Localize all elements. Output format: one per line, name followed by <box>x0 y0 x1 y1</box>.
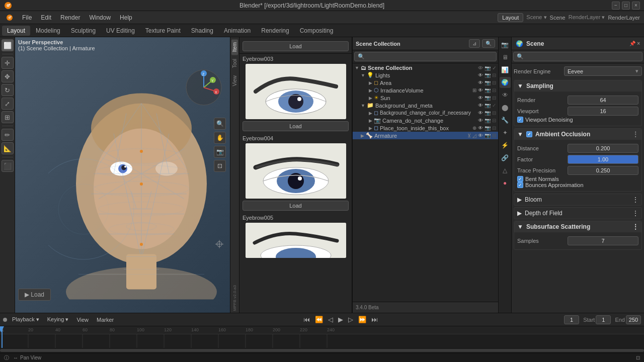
marker-menu[interactable]: Marker <box>94 316 117 324</box>
armature-check[interactable]: ⊟ <box>492 133 496 138</box>
zoom-tool[interactable]: 🔍 <box>214 118 226 130</box>
samples-value[interactable]: 7 <box>568 236 638 245</box>
tool-tab[interactable]: Tool <box>231 56 238 71</box>
irradiance-visibility[interactable]: 👁 <box>478 87 483 93</box>
ao-menu[interactable]: ⋮ <box>632 131 638 138</box>
outliner-search-button[interactable]: 🔍 <box>482 39 495 48</box>
lights-camera[interactable]: 📷 <box>485 72 491 78</box>
bounces-checkbox[interactable] <box>517 182 523 188</box>
cursor-tool[interactable]: ✛ <box>2 57 14 69</box>
visibility-icon[interactable]: 👁 <box>478 65 483 71</box>
bloom-menu[interactable]: ⋮ <box>632 196 638 203</box>
tab-sculpting[interactable]: Sculpting <box>66 26 101 36</box>
render-layer-selector[interactable]: RenderLayer ▾ <box>569 14 605 21</box>
measure-tool[interactable]: 📐 <box>2 142 14 154</box>
bg-visibility[interactable]: 👁 <box>478 110 483 116</box>
properties-close[interactable]: × <box>637 41 640 46</box>
bloom-section[interactable]: ▶ Bloom ⋮ <box>514 194 642 206</box>
outliner-filter-button[interactable]: ⊿ <box>469 39 480 48</box>
irradiance-volume-item[interactable]: ▶ ⬡ IrradianceVolume ⊞ 👁 📷 ⊟ <box>353 86 498 94</box>
minimize-button[interactable]: − <box>612 2 620 10</box>
tab-texture-paint[interactable]: Texture Paint <box>140 26 186 36</box>
load-bottom-button[interactable]: ▶ Load <box>18 289 51 301</box>
distance-value[interactable]: 0.200 <box>568 144 638 153</box>
timeline-scrollbar[interactable] <box>0 348 644 353</box>
dof-menu[interactable]: ⋮ <box>632 210 638 217</box>
menu-edit[interactable]: Edit <box>37 13 55 22</box>
viewport-3d[interactable]: Object Mode View Select Add Object ⟲ Glo… <box>15 37 230 313</box>
armature-visibility[interactable]: 👁 <box>478 133 483 138</box>
playback-menu[interactable]: Playback <box>9 315 42 324</box>
prop-object-icon[interactable]: ⬤ <box>500 102 511 113</box>
tab-compositing[interactable]: Compositing <box>295 26 339 36</box>
rotate-tool[interactable]: ↻ <box>2 84 14 96</box>
prop-render-icon[interactable]: 📷 <box>500 39 511 50</box>
prop-view-layer-icon[interactable]: 📊 <box>500 64 511 75</box>
area-selector[interactable]: ⊟ <box>492 80 496 85</box>
area-light-item[interactable]: ▶ ◻ Area 👁 📷 ⊟ <box>353 79 498 86</box>
prop-constraints-icon[interactable]: 🔗 <box>500 152 511 163</box>
scale-tool[interactable]: ⤢ <box>2 98 14 110</box>
lights-check[interactable]: ⊟ <box>492 72 496 78</box>
play-button[interactable]: ▶ <box>336 315 345 324</box>
menu-blender[interactable] <box>2 13 17 22</box>
tab-shading[interactable]: Shading <box>186 26 218 36</box>
camera-visibility[interactable]: 👁 <box>478 118 483 123</box>
close-button[interactable]: × <box>632 2 640 10</box>
background-visibility[interactable]: 👁 <box>478 103 483 108</box>
scene-collection-item[interactable]: ▼ 🗂 Scene Collection 👁 📷 ✓ <box>353 64 498 71</box>
tab-rendering[interactable]: Rendering <box>256 26 294 36</box>
toon-check[interactable]: ⊟ <box>492 125 496 131</box>
tab-uv-editing[interactable]: UV Editing <box>101 26 140 36</box>
bent-normals-checkbox[interactable] <box>517 176 523 182</box>
timeline-track[interactable] <box>0 334 644 348</box>
tab-layout[interactable]: Layout <box>2 26 30 36</box>
sss-header[interactable]: ▼ Subsurface Scattering ⋮ <box>514 221 641 232</box>
area-visibility[interactable]: 👁 <box>478 80 483 85</box>
render-engine-selector[interactable]: Eevee <box>564 66 642 76</box>
prop-particles-icon[interactable]: ✦ <box>500 127 511 138</box>
menu-render[interactable]: Render <box>56 13 84 22</box>
trace-precision-value[interactable]: 0.250 <box>568 166 638 175</box>
end-frame-input[interactable]: 250 <box>626 315 641 324</box>
camera-check[interactable]: ⊟ <box>492 118 496 123</box>
armature-item[interactable]: ▶ 🦴 Armature ⊻ ◿ 👁 📷 ⊟ <box>353 132 498 139</box>
exclude-icon[interactable]: ✓ <box>492 65 496 71</box>
ao-checkbox[interactable] <box>526 131 532 137</box>
prop-physics-icon[interactable]: ⚡ <box>500 140 511 151</box>
sampling-header[interactable]: ▼ Sampling <box>514 80 641 92</box>
properties-pin[interactable]: 📌 <box>629 41 635 46</box>
prop-material-icon[interactable]: ● <box>500 177 511 189</box>
prop-output-icon[interactable]: 🖥 <box>500 52 511 63</box>
render-value[interactable]: 64 <box>568 96 638 105</box>
annotate-tool[interactable]: ✏ <box>2 129 14 141</box>
outliner-search-input[interactable] <box>367 54 493 60</box>
lights-visibility[interactable]: 👁 <box>478 72 483 78</box>
factor-value[interactable]: 1.00 <box>568 155 638 164</box>
prop-data-icon[interactable]: △ <box>500 165 511 176</box>
timeline-scrollbar-thumb[interactable] <box>0 349 644 352</box>
move-tool[interactable]: ✥ <box>2 70 14 82</box>
view-menu-timeline[interactable]: View <box>73 316 92 324</box>
menu-window[interactable]: Window <box>85 13 115 22</box>
lights-item[interactable]: ▼ 💡 Lights 👁 📷 ⊟ <box>353 71 498 79</box>
camera-item[interactable]: ▶ 📷 Camera_do_not_change 👁 📷 ⊟ <box>353 117 498 124</box>
prop-world-icon[interactable]: 👁 <box>500 89 511 101</box>
orthographic-tool[interactable]: ⊡ <box>214 160 226 172</box>
camera-render[interactable]: 📷 <box>485 118 491 123</box>
background-camera[interactable]: 📷 <box>485 103 491 108</box>
background-check[interactable]: ✓ <box>492 103 496 108</box>
toon-box-item[interactable]: ▶ ◻ Place_toon_inside_this_box ⊕ 👁 📷 ⊟ <box>353 124 498 132</box>
sun-item[interactable]: ▶ ☀ Sun 👁 📷 ⊟ <box>353 94 498 102</box>
step-back-button[interactable]: ⏪ <box>313 315 325 324</box>
ao-header[interactable]: ▼ Ambient Occlusion ⋮ <box>514 129 641 140</box>
denoising-checkbox[interactable] <box>517 117 523 123</box>
start-frame-input[interactable]: 1 <box>596 315 611 324</box>
area-camera[interactable]: 📷 <box>485 80 491 85</box>
sun-check[interactable]: ⊟ <box>492 95 496 101</box>
prop-scene-icon[interactable]: 🌍 <box>500 77 511 88</box>
jump-start-button[interactable]: ⏮ <box>301 315 312 324</box>
maximize-button[interactable]: □ <box>622 2 630 10</box>
toon-visibility[interactable]: 👁 <box>478 125 483 131</box>
render-icon[interactable]: 📷 <box>485 65 491 71</box>
